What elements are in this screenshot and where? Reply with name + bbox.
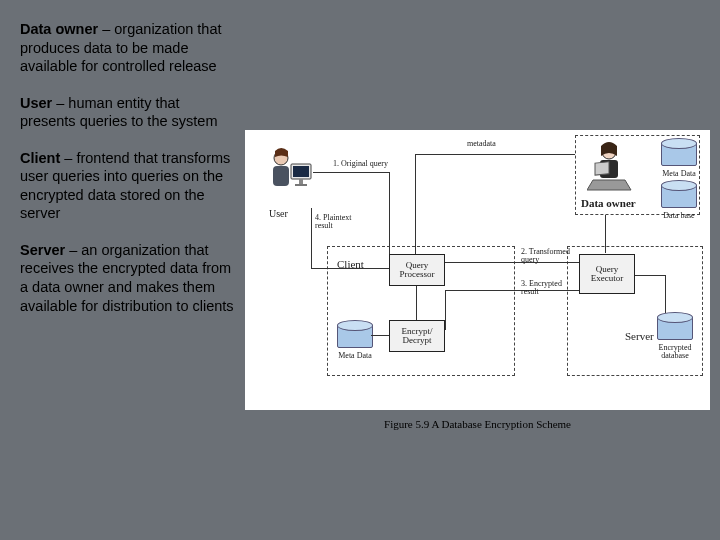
label-database: Data base	[655, 212, 703, 220]
arrow-qe-edb	[635, 275, 665, 276]
label-meta-owner: Meta Data	[655, 170, 703, 178]
arrow-label-plaintext: 4. Plaintext result	[315, 214, 365, 231]
arrow-owner-server	[605, 215, 606, 253]
label-encrypted-db: Encrypted database	[651, 344, 699, 361]
arrow-label-transformed: 2. Transformed query	[521, 248, 577, 265]
label-user: User	[269, 208, 288, 219]
svg-rect-4	[299, 179, 303, 184]
arrow-conn1	[389, 172, 390, 254]
term-server: Server	[20, 242, 65, 258]
svg-rect-3	[293, 166, 309, 177]
arrow-label-original: 1. Original query	[333, 160, 388, 168]
term-data-owner: Data owner	[20, 21, 98, 37]
user-icon	[265, 148, 313, 202]
term-client: Client	[20, 150, 60, 166]
cylinder-meta-client: Meta Data	[337, 320, 371, 350]
box-query-processor: Query Processor	[389, 254, 445, 286]
arrow-conn-edb	[665, 275, 666, 313]
def-client: Client – frontend that transforms user q…	[20, 149, 235, 223]
def-data-owner: Data owner – organization that produces …	[20, 20, 235, 76]
cylinder-meta-owner: Meta Data	[661, 138, 695, 168]
figure-caption: Figure 5.9 A Database Encryption Scheme	[245, 418, 710, 430]
label-meta-client: Meta Data	[331, 352, 379, 360]
arrow-conn4	[311, 268, 389, 269]
svg-rect-1	[273, 166, 289, 186]
arrow-original-query	[313, 172, 389, 173]
definitions-panel: Data owner – organization that produces …	[0, 0, 245, 540]
arrow-qp-ed	[416, 286, 417, 320]
arrow-metadata-line	[415, 154, 575, 155]
figure-area: User Data owner Meta Data Data base meta…	[245, 0, 720, 540]
label-data-owner: Data owner	[581, 197, 636, 209]
def-user: User – human entity that presents querie…	[20, 94, 235, 131]
arrow-label-encrypted: 3. Encrypted result	[521, 280, 577, 297]
box-query-executor: Query Executor	[579, 254, 635, 294]
def-server: Server – an organization that receives t…	[20, 241, 235, 315]
cylinder-encrypted-db: Encrypted database	[657, 312, 691, 342]
arrow-ed-meta	[371, 335, 389, 336]
slide-diagram: Data owner – organization that produces …	[0, 0, 720, 540]
svg-rect-5	[295, 184, 307, 186]
figure-diagram: User Data owner Meta Data Data base meta…	[245, 130, 710, 410]
arrow-label-metadata: metadata	[467, 140, 496, 148]
arrow-plaintext	[311, 208, 312, 268]
arrow-conn3	[445, 290, 446, 330]
box-encrypt-decrypt: Encrypt/ Decrypt	[389, 320, 445, 352]
arrow-metadata-down	[415, 154, 416, 254]
cylinder-database: Data base	[661, 180, 695, 210]
label-server: Server	[625, 330, 654, 342]
term-user: User	[20, 95, 52, 111]
